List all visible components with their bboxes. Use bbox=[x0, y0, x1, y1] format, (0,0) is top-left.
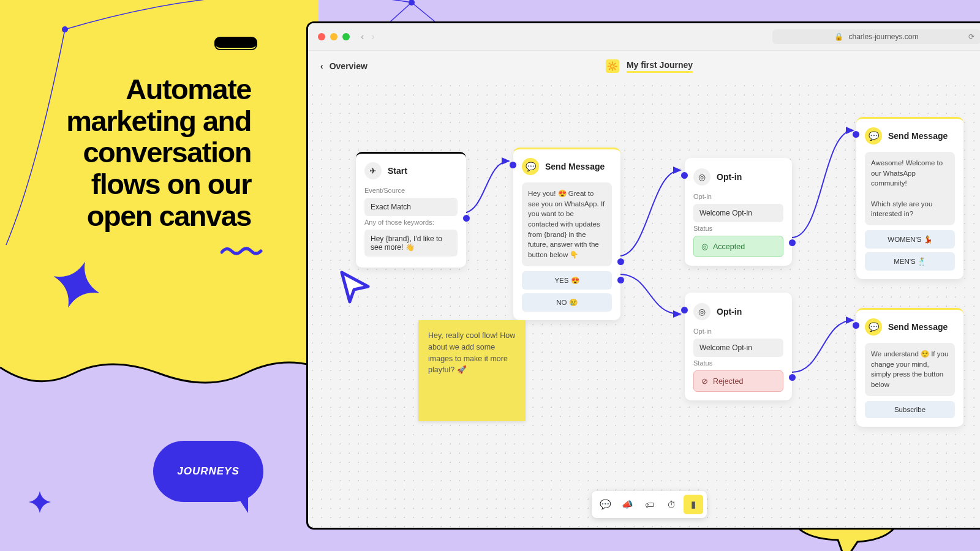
optin-field[interactable]: Welcome Opt-in bbox=[693, 339, 783, 357]
node-title: Start bbox=[388, 166, 407, 176]
reply-button-subscribe[interactable]: Subscribe bbox=[865, 401, 955, 418]
output-port-yes[interactable] bbox=[617, 258, 624, 265]
field-label: Status bbox=[693, 359, 783, 367]
optin-node[interactable]: ◎ Opt-in Opt-in Welcome Opt-in Status ⊘ … bbox=[685, 293, 792, 400]
status-accepted: ◎ Accepted bbox=[693, 236, 783, 257]
output-port[interactable] bbox=[789, 374, 796, 381]
send-message-node[interactable]: 💬 Send Message Hey you! 😍 Great to see y… bbox=[513, 148, 620, 320]
overview-button[interactable]: ‹ Overview bbox=[320, 61, 368, 71]
source-field[interactable]: Exact Match bbox=[364, 198, 458, 216]
optin-icon: ◎ bbox=[693, 168, 710, 186]
star-icon bbox=[49, 257, 104, 312]
back-button[interactable]: ‹ bbox=[361, 31, 364, 42]
input-port[interactable] bbox=[853, 322, 859, 329]
journey-name: My first Journey bbox=[627, 60, 693, 73]
reject-icon: ⊘ bbox=[701, 377, 708, 386]
node-title: Send Message bbox=[888, 322, 948, 332]
send-message-node[interactable]: 💬 Send Message We understand 😌 If you ch… bbox=[856, 308, 963, 427]
reply-button-yes[interactable]: YES 😍 bbox=[522, 271, 612, 290]
status-text: Rejected bbox=[713, 377, 743, 386]
nav-arrows: ‹ › bbox=[361, 31, 375, 42]
decorative-pill bbox=[214, 37, 257, 48]
maximize-button[interactable] bbox=[342, 33, 350, 40]
tag-tool-button[interactable]: 🏷 bbox=[639, 495, 659, 514]
cursor-icon bbox=[333, 265, 375, 308]
input-port[interactable] bbox=[681, 172, 688, 179]
browser-window: ‹ › 🔒 charles-journeys.com ⟳ ‹ Overview … bbox=[306, 21, 980, 530]
sticky-note[interactable]: Hey, really cool flow! How about we add … bbox=[418, 320, 526, 421]
node-title: Send Message bbox=[888, 131, 948, 141]
journey-title[interactable]: 🔆 My first Journey bbox=[606, 59, 693, 73]
reply-button-no[interactable]: NO 😢 bbox=[522, 293, 612, 312]
field-label: Any of those keywords: bbox=[364, 219, 458, 226]
reply-button-womens[interactable]: WOMEN'S 💃 bbox=[865, 230, 955, 249]
message-body[interactable]: Awesome! Welcome to our WhatsApp communi… bbox=[865, 152, 955, 225]
keywords-field[interactable]: Hey {brand}, I'd like to see more! 👋 bbox=[364, 230, 458, 257]
canvas-toolbar: 💬 📣 🏷 ⏱ ▮ bbox=[592, 491, 707, 518]
field-label: Opt-in bbox=[693, 193, 783, 200]
address-bar[interactable]: 🔒 charles-journeys.com ⟳ bbox=[772, 29, 980, 44]
lock-icon: 🔒 bbox=[834, 32, 843, 41]
close-button[interactable] bbox=[318, 33, 325, 40]
url-text: charles-journeys.com bbox=[848, 32, 918, 41]
timer-tool-button[interactable]: ⏱ bbox=[662, 495, 681, 514]
browser-chrome: ‹ › 🔒 charles-journeys.com ⟳ bbox=[308, 23, 980, 51]
hero-headline: Automate marketing and conversation flow… bbox=[55, 73, 251, 231]
app-header: ‹ Overview 🔆 My first Journey bbox=[308, 51, 980, 81]
message-body[interactable]: We understand 😌 If you change your mind,… bbox=[865, 343, 955, 396]
journeys-label: JOURNEYS bbox=[177, 465, 239, 478]
field-label: Status bbox=[693, 225, 783, 232]
squiggle-icon bbox=[221, 245, 263, 257]
forward-button[interactable]: › bbox=[371, 31, 374, 42]
chat-icon: 💬 bbox=[865, 127, 882, 144]
field-label: Opt-in bbox=[693, 328, 783, 335]
output-port[interactable] bbox=[463, 215, 470, 222]
chevron-left-icon: ‹ bbox=[320, 61, 323, 71]
svg-point-1 bbox=[409, 0, 415, 6]
chat-tool-button[interactable]: 💬 bbox=[595, 495, 615, 514]
input-port[interactable] bbox=[681, 307, 688, 313]
announce-tool-button[interactable]: 📣 bbox=[617, 495, 637, 514]
optin-icon: ◎ bbox=[693, 303, 710, 320]
reply-button-mens[interactable]: MEN'S 🕺 bbox=[865, 252, 955, 271]
chat-icon: 💬 bbox=[522, 158, 539, 175]
small-star-icon bbox=[28, 490, 52, 514]
sticky-text: Hey, really cool flow! How about we add … bbox=[428, 331, 515, 374]
node-title: Opt-in bbox=[717, 172, 742, 182]
flow-canvas[interactable]: ✈ Start Event/Source Exact Match Any of … bbox=[308, 81, 980, 528]
status-text: Accepted bbox=[713, 242, 745, 251]
input-port[interactable] bbox=[853, 131, 859, 138]
paper-plane-icon: ✈ bbox=[364, 162, 382, 179]
start-node[interactable]: ✈ Start Event/Source Exact Match Any of … bbox=[356, 152, 466, 268]
optin-field[interactable]: Welcome Opt-in bbox=[693, 204, 783, 222]
overview-label: Overview bbox=[330, 61, 368, 71]
message-body[interactable]: Hey you! 😍 Great to see you on WhatsApp.… bbox=[522, 182, 612, 266]
journeys-badge: JOURNEYS bbox=[153, 441, 263, 502]
note-tool-button[interactable]: ▮ bbox=[684, 495, 703, 514]
optin-node[interactable]: ◎ Opt-in Opt-in Welcome Opt-in Status ◎ … bbox=[685, 158, 792, 266]
check-icon: ◎ bbox=[701, 242, 708, 251]
minimize-button[interactable] bbox=[330, 33, 337, 40]
refresh-icon[interactable]: ⟳ bbox=[968, 32, 974, 41]
wave-divider bbox=[0, 343, 318, 416]
input-port[interactable] bbox=[510, 162, 516, 168]
traffic-lights bbox=[318, 33, 350, 40]
node-title: Send Message bbox=[545, 162, 605, 171]
output-port[interactable] bbox=[789, 239, 796, 246]
journey-emoji: 🔆 bbox=[606, 59, 619, 73]
status-rejected: ⊘ Rejected bbox=[693, 370, 783, 392]
chat-icon: 💬 bbox=[865, 318, 882, 335]
output-port-no[interactable] bbox=[617, 277, 624, 283]
node-title: Opt-in bbox=[717, 307, 742, 317]
send-message-node[interactable]: 💬 Send Message Awesome! Welcome to our W… bbox=[856, 117, 963, 279]
field-label: Event/Source bbox=[364, 187, 458, 194]
